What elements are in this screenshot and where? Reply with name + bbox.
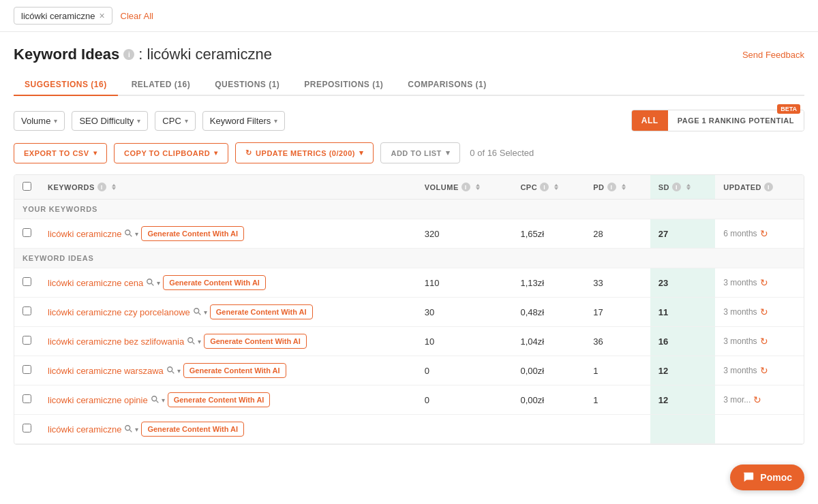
keyword-search-icon[interactable]: ▾ bbox=[124, 424, 138, 434]
update-metrics-button[interactable]: ↻ UPDATE METRICS (0/200) ▾ bbox=[235, 142, 374, 163]
keyword-search-arrow: ▾ bbox=[135, 230, 138, 238]
sd-cell: 23 bbox=[650, 268, 715, 298]
keyword-link[interactable]: licówki ceramiczne czy porcelanowe bbox=[48, 307, 190, 317]
generate-ai-button[interactable]: Generate Content With AI bbox=[183, 363, 286, 378]
row-checkbox-cell[interactable] bbox=[14, 415, 40, 444]
filter-tag[interactable]: licówki ceramiczne × bbox=[14, 7, 112, 25]
beta-badge: BETA bbox=[777, 104, 800, 114]
generate-ai-button[interactable]: Generate Content With AI bbox=[210, 304, 313, 319]
page-header: Keyword Ideas i : licówki ceramiczne Sen… bbox=[14, 46, 804, 63]
copy-clipboard-button[interactable]: COPY TO CLIPBOARD ▾ bbox=[114, 143, 228, 163]
svg-point-12 bbox=[125, 426, 130, 430]
volume-cell: 0 bbox=[416, 385, 513, 415]
keyword-link[interactable]: licówki ceramiczne bez szlifowania bbox=[48, 336, 184, 347]
th-sd-info[interactable]: i bbox=[672, 183, 681, 191]
th-pd-info[interactable]: i bbox=[607, 183, 616, 191]
clear-all-button[interactable]: Clear All bbox=[121, 11, 153, 21]
th-volume-sort[interactable] bbox=[476, 184, 480, 190]
sd-cell: 12 bbox=[650, 385, 715, 415]
volume-cell: 0 bbox=[416, 356, 513, 385]
keyword-search-icon[interactable]: ▾ bbox=[166, 366, 181, 375]
add-to-list-arrow: ▾ bbox=[446, 148, 451, 157]
refresh-icon[interactable]: ↻ bbox=[760, 277, 768, 288]
keyword-link[interactable]: licówki ceramiczne cena bbox=[48, 278, 143, 288]
svg-line-13 bbox=[130, 430, 132, 432]
main-content: Keyword Ideas i : licówki ceramiczne Sen… bbox=[0, 32, 818, 445]
updated-cell bbox=[715, 415, 804, 444]
row-checkbox[interactable] bbox=[22, 394, 31, 403]
keyword-search-icon[interactable]: ▾ bbox=[146, 278, 160, 287]
keyword-link[interactable]: licówki ceramiczne bbox=[48, 424, 121, 435]
th-volume-info[interactable]: i bbox=[461, 183, 470, 191]
th-cpc-info[interactable]: i bbox=[540, 183, 549, 191]
tabs-row: SUGGESTIONS (16) RELATED (16) QUESTIONS … bbox=[14, 74, 804, 96]
keyword-link[interactable]: licowki ceramiczne opinie bbox=[48, 395, 148, 405]
filter-keyword-filters[interactable]: Keyword Filters ▾ bbox=[202, 111, 286, 131]
keyword-search-icon[interactable]: ▾ bbox=[124, 229, 138, 238]
row-checkbox[interactable] bbox=[22, 365, 31, 374]
filter-volume[interactable]: Volume ▾ bbox=[14, 111, 65, 131]
row-checkbox[interactable] bbox=[22, 228, 31, 237]
tab-prepositions[interactable]: PREPOSITIONS (1) bbox=[293, 74, 394, 96]
filter-cpc[interactable]: CPC ▾ bbox=[155, 111, 195, 131]
export-csv-button[interactable]: EXPORT TO CSV ▾ bbox=[14, 143, 107, 163]
row-checkbox-cell[interactable] bbox=[14, 327, 40, 356]
filter-tag-remove[interactable]: × bbox=[99, 10, 104, 21]
th-keywords-label: KEYWORDS bbox=[48, 183, 95, 191]
generate-ai-button[interactable]: Generate Content With AI bbox=[168, 392, 271, 407]
export-csv-label: EXPORT TO CSV bbox=[24, 149, 89, 157]
update-metrics-arrow: ▾ bbox=[359, 148, 364, 157]
send-feedback-link[interactable]: Send Feedback bbox=[742, 50, 804, 60]
select-all-checkbox[interactable] bbox=[22, 182, 31, 191]
row-checkbox-cell[interactable] bbox=[14, 298, 40, 327]
refresh-icon[interactable]: ↻ bbox=[753, 394, 761, 405]
tab-comparisons[interactable]: COMPARISONS (1) bbox=[397, 74, 497, 96]
row-checkbox[interactable] bbox=[22, 277, 31, 286]
generate-ai-button[interactable]: Generate Content With AI bbox=[141, 226, 244, 241]
tab-related[interactable]: RELATED (16) bbox=[121, 74, 201, 96]
row-checkbox[interactable] bbox=[22, 306, 31, 315]
th-updated-info[interactable]: i bbox=[764, 183, 773, 191]
th-keywords-sort[interactable] bbox=[112, 184, 116, 190]
generate-ai-button[interactable]: Generate Content With AI bbox=[163, 275, 266, 290]
keyword-ideas-label: KEYWORD IDEAS bbox=[14, 249, 804, 268]
volume-cell: 10 bbox=[416, 327, 513, 356]
keyword-link[interactable]: licówki ceramiczne bbox=[48, 229, 121, 239]
th-pd-sort[interactable] bbox=[622, 184, 626, 190]
generate-ai-button[interactable]: Generate Content With AI bbox=[204, 334, 307, 349]
generate-ai-button[interactable]: Generate Content With AI bbox=[141, 422, 244, 437]
tab-suggestions[interactable]: SUGGESTIONS (16) bbox=[14, 74, 118, 96]
toggle-all-button[interactable]: ALL bbox=[632, 110, 668, 131]
th-keywords-info[interactable]: i bbox=[97, 183, 106, 191]
cpc-cell: 1,13zł bbox=[512, 268, 585, 298]
row-checkbox-cell[interactable] bbox=[14, 385, 40, 415]
th-cpc-sort[interactable] bbox=[554, 184, 558, 190]
filter-seo-difficulty[interactable]: SEO Difficulty ▾ bbox=[72, 111, 148, 131]
copy-clipboard-arrow: ▾ bbox=[214, 149, 218, 157]
refresh-icon[interactable]: ↻ bbox=[760, 228, 768, 239]
keyword-search-arrow: ▾ bbox=[135, 426, 138, 433]
keyword-search-icon[interactable]: ▾ bbox=[151, 395, 165, 405]
keyword-search-icon[interactable]: ▾ bbox=[187, 336, 201, 346]
row-checkbox[interactable] bbox=[22, 424, 31, 432]
row-checkbox-cell[interactable] bbox=[14, 268, 40, 298]
tab-questions[interactable]: QUESTIONS (1) bbox=[204, 74, 290, 96]
refresh-icon[interactable]: ↻ bbox=[760, 365, 768, 376]
keyword-search-icon[interactable]: ▾ bbox=[193, 307, 207, 317]
keyword-cell: licówki ceramiczne cena ▾ Generate Conte… bbox=[40, 268, 416, 298]
refresh-icon[interactable]: ↻ bbox=[760, 306, 768, 317]
cpc-cell: 1,04zł bbox=[512, 327, 585, 356]
title-info-icon[interactable]: i bbox=[123, 49, 134, 60]
th-select-all[interactable] bbox=[14, 175, 40, 200]
row-checkbox-cell[interactable] bbox=[14, 356, 40, 385]
refresh-icon[interactable]: ↻ bbox=[760, 336, 768, 347]
add-to-list-button[interactable]: ADD TO LIST ▾ bbox=[380, 142, 460, 163]
sd-cell: 12 bbox=[650, 356, 715, 385]
th-sd-sort[interactable] bbox=[686, 184, 691, 190]
updated-cell: 3 months ↻ bbox=[715, 298, 804, 327]
th-cpc-label: CPC bbox=[520, 183, 537, 191]
row-checkbox[interactable] bbox=[22, 336, 31, 345]
keyword-link[interactable]: licówki ceramiczne warszawa bbox=[48, 366, 164, 376]
row-checkbox-cell[interactable] bbox=[14, 219, 40, 249]
filter-tag-label: licówki ceramiczne bbox=[21, 11, 95, 21]
